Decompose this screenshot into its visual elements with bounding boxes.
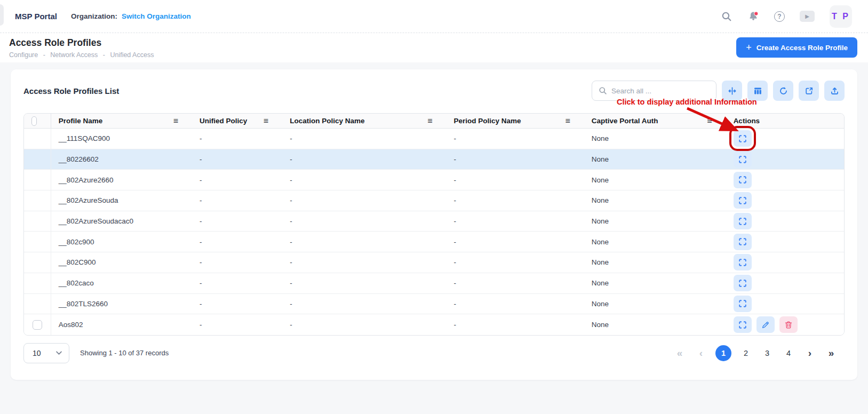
main-content: Access Role Profiles List xyxy=(0,62,868,380)
expand-details-button[interactable] xyxy=(734,275,752,291)
expand-details-button[interactable] xyxy=(734,130,752,147)
table-row[interactable]: __80226602 - - - None xyxy=(24,149,844,170)
column-header-location-policy: Location Policy Name xyxy=(290,117,364,125)
unified-policy-cell: - xyxy=(200,258,202,266)
last-page-button[interactable]: » xyxy=(824,345,838,361)
create-access-role-profile-button[interactable]: + Create Access Role Profile xyxy=(736,37,857,58)
column-menu-icon[interactable]: ≡ xyxy=(264,117,268,125)
table-row[interactable]: __802c900 - - - None xyxy=(24,232,844,252)
period-policy-cell: - xyxy=(454,279,457,287)
search-icon[interactable] xyxy=(721,11,732,22)
page-button-1[interactable]: 1 xyxy=(715,345,731,361)
table-row[interactable]: __802caco - - - None xyxy=(24,273,844,294)
breadcrumb-item: Configure xyxy=(9,51,38,59)
period-policy-cell: - xyxy=(454,300,457,308)
previous-page-button[interactable]: ‹ xyxy=(694,345,708,361)
column-menu-icon[interactable]: ≡ xyxy=(173,117,178,125)
expand-details-button[interactable] xyxy=(734,192,752,209)
location-policy-cell: - xyxy=(290,300,292,308)
captive-portal-cell: None xyxy=(592,217,609,225)
plus-icon: + xyxy=(746,43,752,52)
expand-icon xyxy=(738,155,747,164)
table-row[interactable]: __802AzureSoudacac0 - - - None xyxy=(24,211,844,232)
open-external-button[interactable] xyxy=(799,81,819,101)
table-row[interactable]: Aos802 - - - None xyxy=(24,314,844,335)
unified-policy-cell: - xyxy=(200,300,202,308)
captive-portal-cell: None xyxy=(592,279,609,287)
period-policy-cell: - xyxy=(454,134,457,142)
refresh-button[interactable] xyxy=(773,81,793,101)
column-menu-icon[interactable]: ≡ xyxy=(427,117,432,125)
unified-policy-cell: - xyxy=(200,134,202,142)
breadcrumb: Configure - Network Access - Unified Acc… xyxy=(9,51,157,59)
notifications-bell-icon[interactable] xyxy=(747,11,759,22)
column-header-profile-name: Profile Name xyxy=(59,117,103,125)
expand-details-button[interactable] xyxy=(734,234,752,250)
video-tutorial-icon[interactable]: ▶ xyxy=(800,11,815,22)
next-page-button[interactable]: › xyxy=(803,345,817,361)
access-role-profiles-card: Access Role Profiles List xyxy=(11,69,857,380)
user-avatar[interactable]: T P xyxy=(830,5,852,28)
row-checkbox[interactable] xyxy=(33,320,42,330)
switch-organization-link[interactable]: Switch Organization xyxy=(122,12,191,20)
column-menu-icon[interactable]: ≡ xyxy=(707,117,712,125)
location-policy-cell: - xyxy=(290,176,292,184)
column-header-period-policy: Period Policy Name xyxy=(454,117,521,125)
expand-icon xyxy=(738,279,747,288)
captive-portal-cell: None xyxy=(592,155,609,163)
captive-portal-cell: None xyxy=(592,176,609,184)
unified-policy-cell: - xyxy=(200,196,202,204)
expand-details-button[interactable] xyxy=(734,296,752,312)
column-header-unified-policy: Unified Policy xyxy=(200,117,247,125)
expand-details-button[interactable] xyxy=(734,254,752,270)
access-role-profiles-table: Profile Name ≡ Unified Policy ≡ Location… xyxy=(23,113,845,336)
location-policy-cell: - xyxy=(290,238,292,246)
table-row[interactable]: __802TLS2660 - - - None xyxy=(24,294,844,315)
breadcrumb-separator: - xyxy=(43,51,45,59)
profile-name-cell: __111SQAC900 xyxy=(59,134,110,142)
captive-portal-cell: None xyxy=(592,238,609,246)
page-button-2[interactable]: 2 xyxy=(739,345,753,361)
table-row[interactable]: __802Azure2660 - - - None xyxy=(24,170,844,190)
table-row[interactable]: __802C900 - - - None xyxy=(24,252,844,273)
column-header-captive-portal: Captive Portal Auth xyxy=(592,117,658,125)
captive-portal-cell: None xyxy=(592,321,609,329)
export-upload-button[interactable] xyxy=(824,81,845,101)
expand-icon xyxy=(738,134,747,143)
help-icon[interactable]: ? xyxy=(774,11,785,22)
pencil-icon xyxy=(761,321,770,329)
location-policy-cell: - xyxy=(290,279,292,287)
captive-portal-cell: None xyxy=(592,196,609,204)
edit-button[interactable] xyxy=(756,316,775,333)
page-title: Access Role Profiles xyxy=(9,37,157,49)
period-policy-cell: - xyxy=(454,155,457,163)
breadcrumb-item: Network Access xyxy=(50,51,98,59)
expand-icon xyxy=(738,258,747,267)
captive-portal-cell: None xyxy=(592,300,609,308)
expand-details-button[interactable] xyxy=(734,316,752,333)
first-page-button[interactable]: « xyxy=(673,345,687,361)
select-all-checkbox[interactable] xyxy=(31,116,37,126)
location-policy-cell: - xyxy=(290,258,292,266)
unified-policy-cell: - xyxy=(200,238,202,246)
expand-details-button[interactable] xyxy=(734,151,752,168)
period-policy-cell: - xyxy=(454,196,457,204)
table-footer: 10 Showing 1 - 10 of 37 records « ‹ 1 2 … xyxy=(23,343,845,363)
location-policy-cell: - xyxy=(290,134,292,142)
search-input[interactable] xyxy=(611,87,710,95)
expand-details-button[interactable] xyxy=(734,172,752,188)
expand-details-button[interactable] xyxy=(734,213,752,229)
page-header: Access Role Profiles Configure - Network… xyxy=(0,33,868,62)
card-title: Access Role Profiles List xyxy=(23,86,119,95)
expand-icon xyxy=(738,321,747,329)
page-button-4[interactable]: 4 xyxy=(782,345,795,361)
expand-icon xyxy=(738,196,747,205)
table-row[interactable]: __111SQAC900 - - - None xyxy=(24,129,844,149)
page-button-3[interactable]: 3 xyxy=(760,345,774,361)
column-menu-icon[interactable]: ≡ xyxy=(565,117,570,125)
page-size-select[interactable]: 10 xyxy=(23,343,69,363)
table-row[interactable]: __802AzureSouda - - - None xyxy=(24,190,844,211)
unified-policy-cell: - xyxy=(200,279,202,287)
delete-button[interactable] xyxy=(779,316,798,333)
location-policy-cell: - xyxy=(290,321,292,329)
